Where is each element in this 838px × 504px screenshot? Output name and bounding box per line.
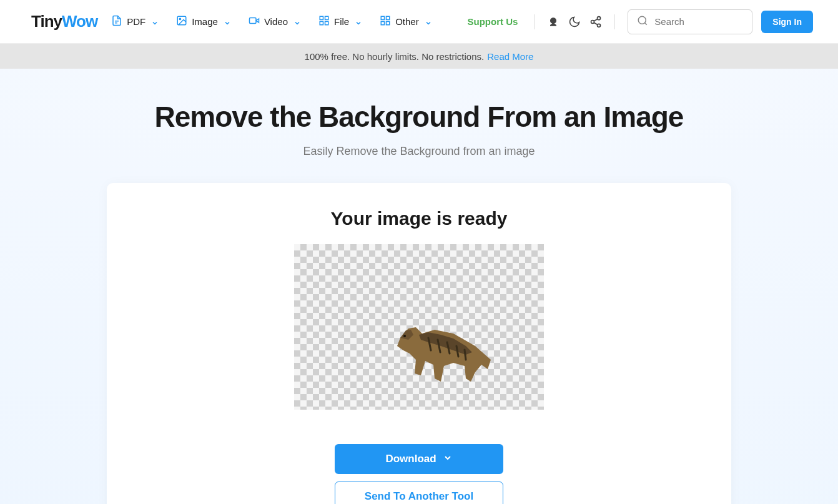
image-icon (176, 15, 187, 28)
moon-icon[interactable] (568, 16, 581, 28)
svg-point-16 (639, 16, 646, 24)
divider (614, 14, 615, 29)
nav-other-label: Other (395, 16, 419, 27)
sign-in-button[interactable]: Sign In (761, 11, 813, 33)
svg-rect-8 (387, 16, 390, 19)
header: TinyWow PDF Image Video (0, 0, 838, 44)
svg-rect-6 (325, 22, 328, 25)
video-icon (249, 15, 260, 28)
nav-other[interactable]: Other (380, 15, 432, 28)
svg-point-11 (598, 16, 601, 19)
svg-rect-9 (381, 22, 384, 25)
share-icon[interactable] (589, 16, 602, 28)
grid-icon (380, 15, 391, 28)
nav-image-label: Image (192, 16, 218, 27)
banner-text: 100% free. No hourly limits. No restrict… (305, 51, 485, 62)
action-buttons: Download Send To Another Tool (138, 444, 700, 504)
svg-rect-3 (320, 16, 323, 19)
svg-rect-7 (381, 16, 384, 19)
svg-point-1 (179, 18, 180, 19)
header-right: Support Us Sign In (467, 9, 813, 34)
page-subtitle: Easily Remove the Background from an ima… (12, 145, 826, 158)
nav-pdf-label: PDF (127, 16, 145, 27)
support-link[interactable]: Support Us (467, 16, 518, 27)
main-content: Remove the Background From an Image Easi… (0, 69, 838, 504)
card-title: Your image is ready (138, 208, 700, 229)
nav-video[interactable]: Video (249, 15, 301, 28)
nav-image[interactable]: Image (176, 15, 231, 28)
page-title: Remove the Background From an Image (12, 100, 826, 134)
search-icon (637, 15, 654, 29)
search-box[interactable] (628, 9, 752, 34)
chevron-down-icon (355, 18, 362, 26)
logo-part1: Tiny (31, 12, 62, 31)
download-button[interactable]: Download (335, 444, 503, 474)
promo-banner: 100% free. No hourly limits. No restrict… (0, 44, 838, 69)
main-nav: PDF Image Video File (111, 15, 467, 28)
chevron-down-icon (425, 18, 432, 26)
svg-rect-10 (387, 22, 390, 25)
search-input[interactable] (654, 16, 743, 27)
svg-rect-2 (249, 18, 256, 24)
svg-rect-5 (320, 22, 323, 25)
result-card: Your image is ready Download (107, 183, 731, 504)
pdf-icon (111, 15, 122, 28)
svg-point-12 (591, 20, 594, 23)
download-label: Download (385, 453, 436, 465)
banner-read-more[interactable]: Read More (487, 51, 533, 62)
chevron-down-icon (443, 453, 453, 466)
nav-file-label: File (334, 16, 349, 27)
svg-line-15 (594, 19, 598, 21)
divider (534, 14, 535, 29)
chevron-down-icon (293, 18, 301, 26)
chevron-down-icon (224, 18, 231, 26)
svg-line-17 (645, 22, 647, 24)
send-to-tool-button[interactable]: Send To Another Tool (335, 482, 503, 504)
svg-line-14 (594, 22, 598, 24)
nav-file[interactable]: File (318, 15, 362, 28)
result-image (391, 316, 497, 391)
nav-video-label: Video (264, 16, 288, 27)
chevron-down-icon (151, 18, 159, 26)
logo[interactable]: TinyWow (31, 12, 97, 31)
svg-point-18 (403, 335, 406, 337)
grid-icon (318, 15, 330, 28)
result-image-area (294, 244, 544, 410)
svg-rect-4 (325, 16, 328, 19)
logo-part2: Wow (62, 12, 97, 31)
nav-pdf[interactable]: PDF (111, 15, 159, 28)
svg-point-13 (598, 24, 601, 27)
add-icon[interactable] (547, 16, 559, 28)
